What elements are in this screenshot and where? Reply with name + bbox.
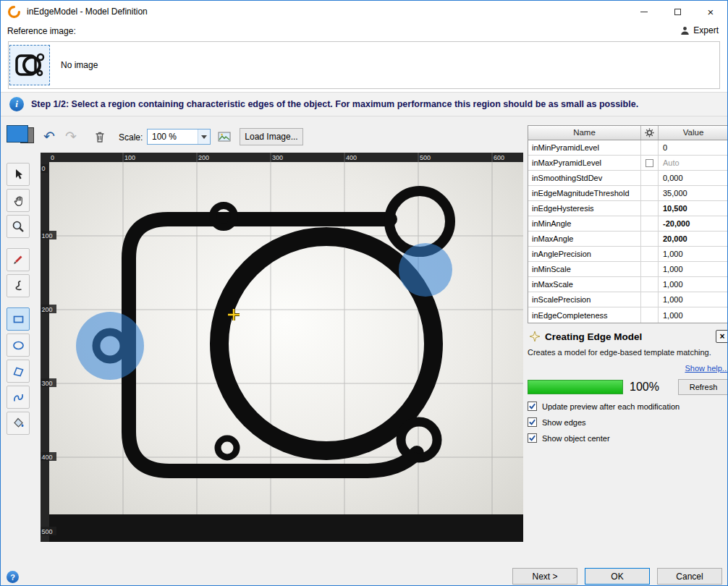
brush-tool-button[interactable] <box>7 248 30 271</box>
image-canvas[interactable]: 0 100 200 300 400 500 600 0 100 200 <box>41 153 523 542</box>
model-close-button[interactable]: × <box>716 330 728 343</box>
reference-image-label: Reference image: <box>7 26 76 36</box>
param-value[interactable]: 1,000 <box>659 247 728 261</box>
value-column-header: Value <box>659 126 728 140</box>
fill-region-tool-button[interactable] <box>7 412 30 435</box>
auto-checkbox[interactable] <box>646 159 653 167</box>
rectangle-icon <box>12 313 25 326</box>
magnifier-icon <box>12 220 25 233</box>
selection-circle-right[interactable] <box>399 243 452 297</box>
selection-circle-left[interactable] <box>76 312 144 380</box>
ok-button[interactable]: OK <box>585 568 650 585</box>
param-mid-cell <box>641 247 659 261</box>
reference-section: Reference image: Expert No image <box>1 22 727 92</box>
table-row[interactable]: inScalePrecision 1,000 <box>528 292 728 307</box>
progress-bar <box>528 380 623 394</box>
scale-dropdown-arrow[interactable] <box>198 129 210 144</box>
freehand-tool-button[interactable] <box>7 274 30 297</box>
update-preview-checkbox[interactable] <box>528 402 537 411</box>
load-image-button[interactable]: Load Image... <box>240 128 303 145</box>
svg-text:0: 0 <box>42 165 46 172</box>
minimize-icon <box>640 12 648 12</box>
cancel-button[interactable]: Cancel <box>657 568 722 585</box>
vertical-ruler <box>41 162 49 542</box>
param-value[interactable]: 1,000 <box>659 292 728 307</box>
param-value[interactable]: Auto <box>659 156 728 170</box>
help-button[interactable]: ? <box>7 571 19 583</box>
show-object-center-checkbox[interactable] <box>528 433 537 443</box>
maximize-button[interactable] <box>661 1 694 22</box>
undo-icon: ↶ <box>43 128 55 145</box>
param-value[interactable]: 0,000 <box>659 171 728 185</box>
expert-label: Expert <box>693 25 719 35</box>
param-mid-cell <box>641 156 659 170</box>
table-row[interactable]: inEdgeHysteresis 10,500 <box>528 201 728 216</box>
close-button[interactable]: × <box>694 1 727 22</box>
drawing-color-swatch[interactable] <box>7 125 34 147</box>
table-row[interactable]: inMinPyramidLevel 0 <box>528 140 728 156</box>
polygon-icon <box>12 365 25 378</box>
primary-color-chip <box>7 125 28 143</box>
delete-region-button[interactable] <box>90 127 109 146</box>
reference-thumbnail[interactable] <box>9 45 50 85</box>
select-tool-button[interactable] <box>7 163 30 186</box>
param-value[interactable]: -20,000 <box>659 216 728 231</box>
param-value[interactable]: 35,000 <box>659 186 728 200</box>
show-edges-checkbox[interactable] <box>528 417 537 427</box>
maximize-icon <box>674 9 681 15</box>
gear-column-header[interactable] <box>641 126 659 140</box>
table-row[interactable]: inEdgeMagnitudeThreshold 35,000 <box>528 186 728 201</box>
table-row[interactable]: inMinAngle -20,000 <box>528 216 728 232</box>
rectangle-region-tool-button[interactable] <box>7 307 30 331</box>
refresh-button[interactable]: Refresh <box>678 379 728 395</box>
expert-toggle[interactable]: Expert <box>680 25 719 35</box>
param-value[interactable]: 1,000 <box>659 307 728 323</box>
next-button[interactable]: Next > <box>512 568 577 585</box>
close-icon: × <box>719 331 724 341</box>
table-row[interactable]: inMaxPyramidLevel Auto <box>528 156 728 171</box>
param-name: inEdgeCompleteness <box>528 307 641 323</box>
polygon-region-tool-button[interactable] <box>7 360 30 383</box>
table-row[interactable]: inSmoothingStdDev 0,000 <box>528 171 728 186</box>
sparkle-icon <box>529 331 541 342</box>
progress-row: 100% Refresh <box>528 379 728 395</box>
gear-icon <box>644 127 655 138</box>
step-instruction-text: Step 1/2: Select a region containing cha… <box>31 99 638 109</box>
svg-text:300: 300 <box>272 154 283 161</box>
table-row[interactable]: inEdgeCompleteness 1,000 <box>528 307 728 323</box>
minimize-button[interactable] <box>627 1 661 22</box>
svg-text:400: 400 <box>346 154 357 161</box>
redo-button[interactable]: ↷ <box>62 127 80 145</box>
param-name: inSmoothingStdDev <box>528 171 641 185</box>
table-row[interactable]: inAnglePrecision 1,000 <box>528 247 728 262</box>
ellipse-region-tool-button[interactable] <box>7 334 30 357</box>
no-image-label: No image <box>61 60 98 70</box>
svg-text:200: 200 <box>42 306 53 313</box>
check-icon <box>528 434 536 442</box>
table-row[interactable]: inMaxScale 1,000 <box>528 277 728 292</box>
param-value[interactable]: 0 <box>659 140 728 155</box>
hand-icon <box>12 194 25 208</box>
param-mid-cell <box>641 277 659 292</box>
pan-tool-button[interactable] <box>7 189 30 212</box>
undo-button[interactable]: ↶ <box>40 127 59 145</box>
table-row[interactable]: inMaxAngle 20,000 <box>528 232 728 247</box>
param-mid-cell <box>641 140 659 155</box>
svg-text:500: 500 <box>420 154 431 161</box>
parameter-table-header: Name Value <box>528 126 728 140</box>
table-row[interactable]: inMinScale 1,000 <box>528 262 728 277</box>
close-icon: × <box>708 6 714 18</box>
zoom-tool-button[interactable] <box>7 215 30 238</box>
option-show-object-center: Show object center <box>528 433 728 443</box>
param-value[interactable]: 1,000 <box>659 277 728 292</box>
show-help-link[interactable]: Show help... <box>528 364 728 373</box>
scale-select[interactable]: 100 % <box>147 129 211 145</box>
param-value[interactable]: 10,500 <box>659 201 728 216</box>
help-icon: ? <box>10 573 15 582</box>
param-name: inMinPyramidLevel <box>528 140 641 155</box>
cursor-arrow-icon <box>12 168 25 181</box>
param-value[interactable]: 1,000 <box>659 262 728 276</box>
curve-region-tool-button[interactable] <box>7 386 30 409</box>
param-value[interactable]: 20,000 <box>659 232 728 246</box>
fit-image-button[interactable] <box>215 129 234 145</box>
